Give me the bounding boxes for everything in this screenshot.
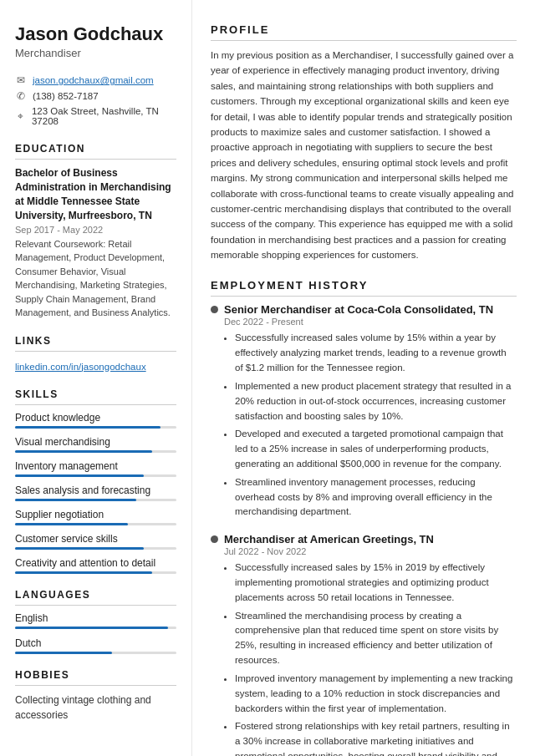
skill-label: Customer service skills: [15, 533, 176, 545]
sidebar: Jason Godchaux Merchandiser ✉ jason.godc…: [0, 0, 192, 756]
contact-block: ✉ jason.godchaux@gmail.com ✆ (138) 852-7…: [15, 74, 176, 126]
job-title: Senior Merchandiser at Coca-Cola Consoli…: [211, 303, 517, 316]
profile-text: In my previous position as a Merchandise…: [211, 48, 517, 262]
hobbies-text: Collecting vintage clothing and accessor…: [15, 693, 176, 723]
bullet-item: Fostered strong relationships with key r…: [235, 719, 517, 756]
job-title-text: Senior Merchandiser at Coca-Cola Consoli…: [224, 303, 493, 316]
skill-label: Supplier negotiation: [15, 509, 176, 520]
skill-bar-bg: [15, 499, 176, 501]
skill-item: Creativity and attention to detail: [15, 557, 176, 574]
candidate-title: Merchandiser: [15, 47, 176, 59]
skill-bar-bg: [15, 450, 176, 453]
skills-list: Product knowledge Visual merchandising I…: [15, 412, 176, 574]
skill-bar-fill: [15, 523, 128, 525]
skill-bar-bg: [15, 474, 176, 477]
email-icon: ✉: [15, 74, 27, 86]
job-date: Dec 2022 - Present: [224, 317, 517, 327]
skill-bar-bg: [15, 571, 176, 574]
employment-heading: Employment History: [211, 279, 517, 297]
email-link[interactable]: jason.godchaux@gmail.com: [33, 75, 154, 85]
location-icon: ⌖: [15, 110, 26, 122]
job-dot: [211, 306, 218, 313]
job-bullets: Successfully increased sales volume by 1…: [224, 331, 517, 520]
language-item: Dutch: [15, 637, 176, 654]
skill-item: Sales analysis and forecasting: [15, 485, 176, 501]
phone-icon: ✆: [15, 90, 27, 102]
job-item: Merchandiser at American Greetings, TN J…: [211, 533, 517, 756]
job-title-text: Merchandiser at American Greetings, TN: [224, 533, 434, 545]
edu-date: Sep 2017 - May 2022: [15, 225, 176, 235]
links-heading: Links: [15, 335, 176, 352]
job-bullets: Successfully increased sales by 15% in 2…: [224, 561, 517, 756]
job-item: Senior Merchandiser at Coca-Cola Consoli…: [211, 303, 517, 520]
language-bar-bg: [15, 627, 176, 629]
language-bar-fill: [15, 627, 168, 629]
skills-heading: Skills: [15, 388, 176, 405]
languages-list: English Dutch: [15, 612, 176, 654]
skill-item: Product knowledge: [15, 412, 176, 429]
edu-coursework: Relevant Coursework: Retail Management, …: [15, 237, 176, 320]
education-heading: Education: [15, 143, 176, 160]
job-dot: [211, 535, 218, 543]
bullet-item: Implemented a new product placement stra…: [235, 379, 517, 424]
resume-container: Jason Godchaux Merchandiser ✉ jason.godc…: [0, 0, 535, 756]
linkedin-link-item: linkedin.com/in/jasongodchaux: [15, 358, 176, 373]
bullet-item: Successfully increased sales by 15% in 2…: [235, 561, 517, 605]
skill-label: Product knowledge: [15, 412, 176, 424]
candidate-name: Jason Godchaux: [15, 23, 176, 45]
job-title: Merchandiser at American Greetings, TN: [211, 533, 517, 545]
skill-item: Supplier negotiation: [15, 509, 176, 525]
skill-label: Creativity and attention to detail: [15, 557, 176, 569]
contact-address: ⌖ 123 Oak Street, Nashville, TN 37208: [15, 106, 176, 126]
skill-label: Visual merchandising: [15, 436, 176, 448]
language-label: English: [15, 612, 176, 624]
language-item: English: [15, 612, 176, 629]
linkedin-link[interactable]: linkedin.com/in/jasongodchaux: [15, 362, 146, 372]
bullet-item: Streamlined the merchandising process by…: [235, 609, 517, 668]
skill-item: Inventory management: [15, 460, 176, 477]
contact-email: ✉ jason.godchaux@gmail.com: [15, 74, 176, 86]
skill-item: Customer service skills: [15, 533, 176, 550]
address-text: 123 Oak Street, Nashville, TN 37208: [32, 106, 176, 126]
bullet-item: Improved inventory management by impleme…: [235, 672, 517, 716]
skill-bar-fill: [15, 499, 136, 501]
skill-item: Visual merchandising: [15, 436, 176, 453]
main-content: Profile In my previous position as a Mer…: [192, 0, 535, 756]
contact-phone: ✆ (138) 852-7187: [15, 90, 176, 102]
skill-label: Inventory management: [15, 460, 176, 472]
language-bar-fill: [15, 652, 112, 654]
bullet-item: Streamlined inventory management process…: [235, 475, 517, 520]
employment-section: Senior Merchandiser at Coca-Cola Consoli…: [211, 303, 517, 756]
skill-bar-fill: [15, 474, 144, 477]
language-label: Dutch: [15, 637, 176, 649]
skill-bar-fill: [15, 426, 160, 429]
skill-bar-bg: [15, 547, 176, 550]
bullet-item: Developed and executed a targeted promot…: [235, 427, 517, 471]
hobbies-heading: Hobbies: [15, 669, 176, 686]
phone-number: (138) 852-7187: [33, 91, 99, 101]
language-bar-bg: [15, 652, 176, 654]
skill-bar-fill: [15, 571, 152, 574]
edu-degree: Bachelor of Business Administration in M…: [15, 166, 176, 222]
skill-bar-fill: [15, 547, 144, 550]
profile-heading: Profile: [211, 23, 517, 41]
skill-bar-bg: [15, 426, 176, 429]
skill-bar-bg: [15, 523, 176, 525]
languages-heading: Languages: [15, 589, 176, 606]
skill-bar-fill: [15, 450, 152, 453]
bullet-item: Successfully increased sales volume by 1…: [235, 331, 517, 375]
job-date: Jul 2022 - Nov 2022: [224, 546, 517, 556]
skill-label: Sales analysis and forecasting: [15, 485, 176, 496]
